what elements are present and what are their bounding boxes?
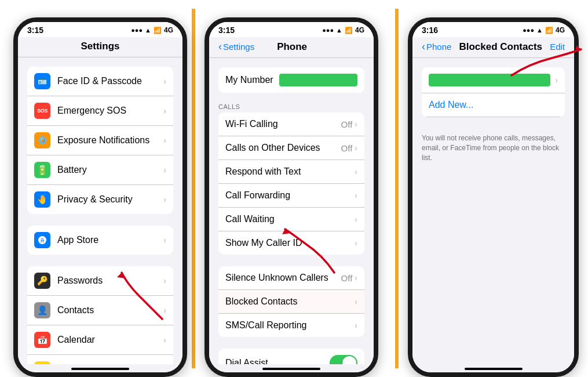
battery-label: Battery — [57, 165, 163, 175]
wifi-calling-value: Off — [341, 119, 353, 129]
settings-item-faceid[interactable]: 🪪 Face ID & Passcode › — [27, 67, 173, 96]
settings-item-passwords[interactable]: 🔑 Passwords › — [27, 266, 173, 296]
passwords-chevron: › — [163, 276, 166, 285]
status-time-1: 3:15 — [27, 26, 43, 35]
calls-other-label: Calls on Other Devices — [225, 143, 341, 153]
battery-chevron: › — [163, 165, 166, 175]
blocked-contact-bar — [429, 74, 550, 86]
battery-icon: 🔋 — [34, 162, 50, 178]
edit-button[interactable]: Edit — [550, 42, 565, 52]
settings-item-battery[interactable]: 🔋 Battery › — [27, 155, 173, 185]
dial-assist-label: Dial Assist — [225, 358, 330, 364]
wifi-calling-label: Wi-Fi Calling — [225, 119, 341, 129]
calls-section-header: CALLS — [209, 100, 374, 113]
status-icons-1: ●●● ▲ 📶 4G — [131, 26, 173, 34]
calendar-label: Calendar — [57, 335, 163, 345]
sms-label: SMS/Call Reporting — [225, 320, 355, 331]
privacy-chevron: › — [163, 195, 166, 204]
nav-back-label-2: Settings — [223, 42, 254, 52]
blocked-info-text: You will not receive phone calls, messag… — [412, 129, 574, 167]
caller-id-label: Show My Caller ID — [225, 238, 355, 248]
call-forwarding-label: Call Forwarding — [225, 190, 355, 201]
blocked-contacts-list: › Add New... You will not receive phone … — [412, 58, 574, 364]
calendar-chevron: › — [163, 335, 166, 345]
phone-item-respond-text[interactable]: Respond with Text › — [218, 160, 364, 184]
faceid-chevron: › — [163, 77, 166, 86]
emergency-label: Emergency SOS — [57, 106, 163, 116]
settings-item-notes[interactable]: 📝 Notes › — [27, 355, 173, 364]
phone-item-wifi-calling[interactable]: Wi-Fi Calling Off › — [218, 113, 364, 136]
home-indicator-3 — [465, 368, 523, 370]
nav-title-1: Settings — [27, 41, 173, 52]
nav-back-2[interactable]: ‹ Settings — [218, 41, 254, 53]
notes-icon: 📝 — [34, 361, 50, 364]
status-time-3: 3:16 — [422, 26, 438, 35]
exposure-label: Exposure Notifications — [57, 135, 163, 146]
settings-item-privacy[interactable]: 🤚 Privacy & Security › — [27, 185, 173, 214]
privacy-label: Privacy & Security — [57, 194, 163, 205]
appstore-chevron: › — [163, 235, 166, 245]
phone-item-dial-assist[interactable]: Dial Assist — [218, 349, 364, 364]
phone-item-blocked[interactable]: Blocked Contacts › — [218, 290, 364, 314]
contacts-label: Contacts — [57, 305, 163, 316]
silence-label: Silence Unknown Callers — [225, 273, 341, 283]
my-number-value — [279, 74, 357, 86]
my-number-label: My Number — [225, 75, 273, 85]
settings-list-1: 🪪 Face ID & Passcode › SOS Emergency SOS… — [18, 57, 182, 364]
faceid-icon: 🪪 — [34, 73, 50, 89]
home-indicator-1 — [71, 368, 129, 370]
status-icons-3: ●●●▲📶4G — [523, 26, 565, 34]
contacts-icon: 👤 — [34, 302, 50, 318]
blocked-label: Blocked Contacts — [225, 296, 355, 307]
phone-item-calls-other[interactable]: Calls on Other Devices Off › — [218, 136, 364, 160]
contacts-chevron: › — [163, 306, 166, 315]
emergency-icon: SOS — [34, 103, 50, 119]
add-new-button[interactable]: Add New... — [422, 93, 565, 117]
faceid-label: Face ID & Passcode — [57, 76, 163, 86]
nav-back-3[interactable]: ‹ Phone — [422, 41, 451, 53]
status-time-2: 3:15 — [218, 26, 235, 35]
respond-text-label: Respond with Text — [225, 166, 355, 177]
call-waiting-label: Call Waiting — [225, 214, 355, 224]
exposure-chevron: › — [163, 136, 166, 145]
phone-item-sms[interactable]: SMS/Call Reporting › — [218, 314, 364, 337]
phone-item-silence[interactable]: Silence Unknown Callers Off › — [218, 266, 364, 290]
passwords-icon: 🔑 — [34, 273, 50, 289]
phone-item-call-waiting[interactable]: Call Waiting › — [218, 208, 364, 231]
settings-item-exposure[interactable]: ⚙️ Exposure Notifications › — [27, 126, 173, 155]
appstore-label: App Store — [57, 235, 163, 245]
nav-title-2: Phone — [277, 41, 307, 53]
passwords-label: Passwords — [57, 276, 163, 286]
phone-settings-list: My Number CALLS Wi-Fi Calling Off › — [209, 58, 374, 364]
status-icons-2: ●●●▲📶4G — [322, 26, 364, 34]
phone-item-call-forwarding[interactable]: Call Forwarding › — [218, 184, 364, 208]
appstore-icon: 🅐 — [34, 232, 50, 248]
dial-assist-toggle[interactable] — [330, 355, 357, 364]
blocked-contact-item[interactable]: › — [422, 67, 565, 93]
settings-item-emergency[interactable]: SOS Emergency SOS › — [27, 96, 173, 126]
calendar-icon: 📅 — [34, 332, 50, 348]
settings-item-calendar[interactable]: 📅 Calendar › — [27, 325, 173, 355]
exposure-icon: ⚙️ — [34, 132, 50, 148]
settings-item-appstore[interactable]: 🅐 App Store › — [27, 226, 173, 255]
settings-item-contacts[interactable]: 👤 Contacts › — [27, 296, 173, 325]
privacy-icon: 🤚 — [34, 191, 50, 208]
emergency-chevron: › — [163, 106, 166, 115]
phone-item-caller-id[interactable]: Show My Caller ID › — [218, 231, 364, 255]
nav-title-3: Blocked Contacts — [459, 41, 542, 53]
home-indicator-2 — [262, 368, 320, 370]
my-number-field[interactable]: My Number — [218, 67, 364, 93]
calls-other-value: Off — [341, 143, 353, 153]
nav-back-label-3: Phone — [426, 42, 451, 52]
silence-value: Off — [341, 273, 353, 283]
